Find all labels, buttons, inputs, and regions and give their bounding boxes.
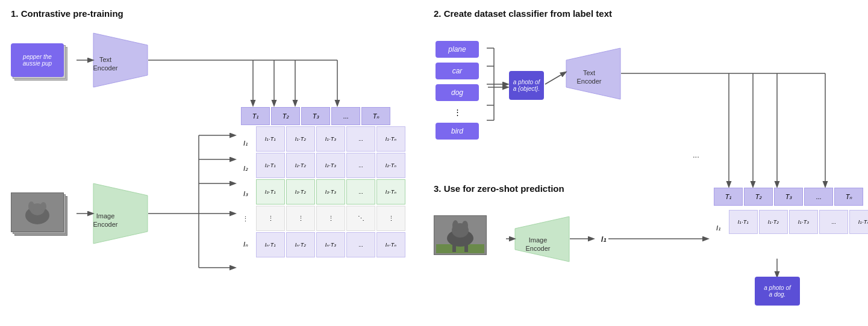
arrows-svg: Text Encoder Image Encoder Text Encoder — [0, 0, 868, 326]
in-label: Iₙ — [235, 232, 256, 256]
cell-nd: ... — [346, 232, 375, 257]
i3-label: I₃ — [235, 182, 256, 206]
s3-cell-12: I₁·T₂ — [759, 210, 788, 234]
class-bird: bird — [436, 123, 479, 140]
s3-cell-1d: ... — [819, 210, 848, 234]
class-car: car — [436, 63, 479, 79]
section-title-3: 3. Use for zero-shot prediction — [434, 183, 564, 194]
tn-h2: Tₙ — [834, 188, 863, 206]
photo-template-label: a photo ofa {object}. — [513, 79, 540, 92]
class-plane: plane — [436, 41, 479, 58]
s3-cell-11: I₁·T₁ — [729, 210, 758, 234]
svg-point-48 — [28, 201, 34, 211]
cell-3n: I₃·Tₙ — [376, 179, 405, 205]
cell-n3: Iₙ·T₃ — [316, 232, 345, 257]
svg-rect-55 — [452, 244, 456, 252]
cell-22: I₂·T₂ — [286, 153, 315, 178]
t-header-row-2: T₁ T₂ T₃ ... Tₙ — [714, 188, 863, 206]
pepper-label: pepper theaussie pup — [23, 54, 52, 67]
svg-text:Image: Image — [96, 212, 115, 220]
t1-h2: T₁ — [714, 188, 743, 206]
cell-dn: ⋮ — [376, 206, 405, 231]
diagram-container: Text Encoder Image Encoder Text Encoder — [0, 0, 868, 326]
cell-32: I₃·T₂ — [286, 179, 315, 205]
svg-point-53 — [452, 220, 458, 231]
svg-point-49 — [40, 202, 46, 211]
tdots-h2: ... — [804, 188, 833, 206]
cell-21: I₂·T₁ — [256, 153, 285, 178]
cell-2d: ... — [346, 153, 375, 178]
i1-standalone-s3: I₁ — [595, 232, 613, 247]
t2-header: T₂ — [271, 107, 300, 125]
result-dog-label: a photo ofa dog. — [764, 284, 790, 298]
class-dots: ⋮ — [436, 106, 479, 118]
idots-label: ⋮ — [235, 207, 256, 231]
svg-text:Image: Image — [529, 236, 548, 244]
cell-d3: ⋮ — [316, 206, 345, 231]
t2-h2: T₂ — [744, 188, 773, 206]
cell-13: I₁·T₃ — [316, 126, 345, 152]
cell-1n: I₁·Tₙ — [376, 126, 405, 152]
class-labels-list: plane car dog ⋮ bird — [436, 41, 479, 140]
cell-23: I₂·T₃ — [316, 153, 345, 178]
i1-label: I₁ — [235, 131, 256, 155]
svg-rect-56 — [464, 244, 468, 252]
cell-2n: I₂·Tₙ — [376, 153, 405, 178]
s3-cell-1n: I₁·Tₙ — [849, 210, 868, 234]
svg-marker-0 — [93, 33, 148, 87]
svg-text:Encoder: Encoder — [93, 221, 118, 228]
pepper-text-box: pepper theaussie pup — [11, 43, 64, 77]
svg-text:Encoder: Encoder — [577, 78, 602, 85]
s3-cell-13: I₁·T₃ — [789, 210, 818, 234]
cell-d2: ⋮ — [286, 206, 315, 231]
photo-template-box: a photo ofa {object}. — [509, 71, 544, 100]
section-title-2: 2. Create dataset classifier from label … — [434, 8, 612, 19]
dog-image-s3 — [434, 215, 488, 257]
cell-31: I₃·T₁ — [256, 179, 285, 205]
svg-text:Encoder: Encoder — [526, 245, 551, 252]
result-dog-box: a photo ofa dog. — [755, 277, 800, 306]
svg-text:Encoder: Encoder — [93, 64, 118, 72]
t1-header: T₁ — [241, 107, 270, 125]
svg-text:Text: Text — [99, 56, 111, 63]
pepper-image-stack: pepper theaussie pup — [11, 43, 65, 79]
svg-point-54 — [462, 221, 468, 230]
i1-s3: I₁ — [708, 216, 729, 240]
svg-marker-39 — [515, 217, 569, 262]
svg-marker-21 — [566, 48, 620, 99]
t3-header: T₃ — [301, 107, 330, 125]
svg-marker-3 — [93, 183, 148, 244]
cell-3d: ... — [346, 179, 375, 205]
class-dog: dog — [436, 84, 479, 101]
dots-label-s2: ... — [693, 150, 699, 159]
cell-nn: Iₙ·Tₙ — [376, 232, 405, 257]
t-header-row-1: T₁ T₂ T₃ ... Tₙ — [241, 107, 390, 125]
cell-n1: Iₙ·T₁ — [256, 232, 285, 257]
cell-33: I₃·T₃ — [316, 179, 345, 205]
svg-text:Text: Text — [583, 69, 595, 76]
cell-11: I₁·T₁ — [256, 126, 285, 152]
cell-12: I₁·T₂ — [286, 126, 315, 152]
i2-label: I₂ — [235, 156, 256, 180]
section-title-1: 1. Contrastive pre-training — [11, 8, 123, 19]
svg-line-32 — [545, 72, 566, 84]
cell-n2: Iₙ·T₂ — [286, 232, 315, 257]
cell-d1: ⋮ — [256, 206, 285, 231]
cell-1d: ... — [346, 126, 375, 152]
tdots-header: ... — [331, 107, 360, 125]
t3-h2: T₃ — [774, 188, 803, 206]
dog-image-stack-1 — [11, 192, 65, 235]
cell-dd: ⋱ — [346, 206, 375, 231]
tn-header: Tₙ — [361, 107, 390, 125]
